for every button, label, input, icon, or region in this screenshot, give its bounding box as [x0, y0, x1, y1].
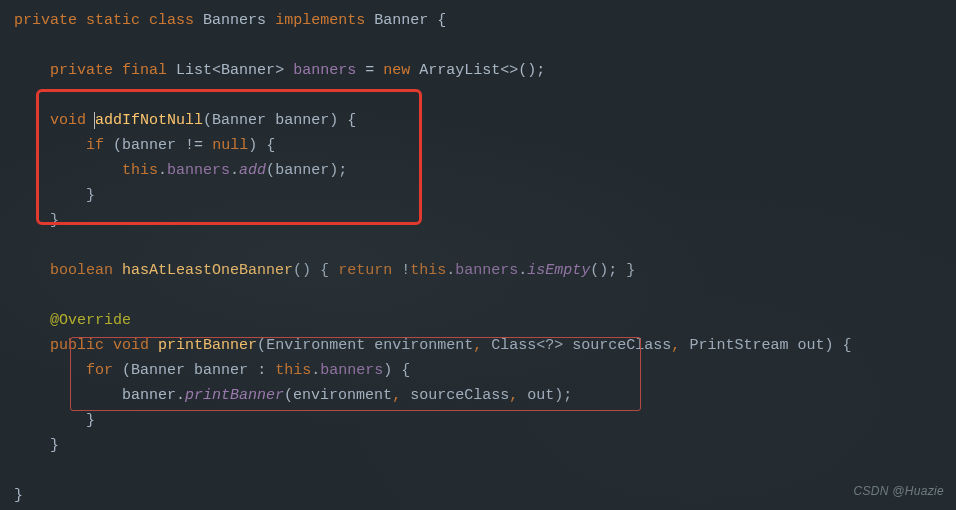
line-10: public void printBanner(Environment envi…: [14, 337, 851, 354]
line-7: }: [14, 212, 59, 229]
line-12: banner.printBanner(environment, sourceCl…: [14, 387, 572, 404]
line-6: }: [14, 187, 95, 204]
line-14: }: [14, 437, 59, 454]
line-5: this.banners.add(banner);: [14, 162, 347, 179]
watermark: CSDN @Huazie: [854, 479, 944, 504]
line-4: if (banner != null) {: [14, 137, 275, 154]
line-2: private final List<Banner> banners = new…: [14, 62, 545, 79]
line-8: boolean hasAtLeastOneBanner() { return !…: [14, 262, 635, 279]
line-3: void addIfNotNull(Banner banner) {: [14, 112, 356, 129]
code-block: private static class Banners implements …: [0, 0, 956, 510]
line-13: }: [14, 412, 95, 429]
line-1: private static class Banners implements …: [14, 12, 446, 29]
line-11: for (Banner banner : this.banners) {: [14, 362, 410, 379]
line-15: }: [14, 487, 23, 504]
line-9: @Override: [14, 312, 131, 329]
